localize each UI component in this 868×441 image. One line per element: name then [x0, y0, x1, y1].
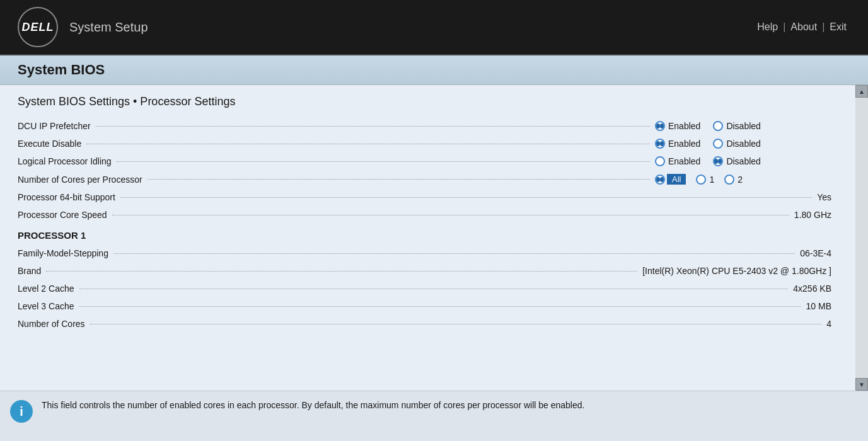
scroll-up-button[interactable]: ▲: [855, 85, 868, 98]
section-title: System BIOS Settings • Processor Setting…: [18, 95, 850, 108]
brand-label: Brand: [18, 266, 41, 276]
lpi-disabled-label: Disabled: [726, 156, 760, 166]
setting-row-core-speed: Processor Core Speed 1.80 GHz: [18, 206, 831, 224]
exec-disabled-radio[interactable]: [713, 139, 723, 149]
dotted-line-lpi: [117, 161, 650, 162]
info-bar: i This field controls the number of enab…: [0, 391, 868, 441]
exit-link[interactable]: Exit: [826, 19, 850, 35]
exec-disabled-option[interactable]: Disabled: [713, 139, 760, 149]
dcu-enabled-option[interactable]: Enabled: [655, 121, 700, 131]
dell-logo-text: DELL: [22, 21, 54, 34]
dotted-line-l3: [79, 306, 801, 307]
info-text: This field controls the number of enable…: [42, 399, 584, 412]
scroll-track: [855, 98, 868, 378]
dotted-line-cores: [148, 179, 650, 180]
lpi-disabled-option[interactable]: Disabled: [713, 156, 760, 166]
label-row-lpi: Logical Processor Idling Enabled Disable…: [18, 156, 831, 166]
cores-all-label: All: [667, 174, 686, 185]
setting-row-brand: Brand [Intel(R) Xeon(R) CPU E5-2403 v2 @…: [18, 262, 831, 280]
nav-sep-2: |: [822, 21, 825, 33]
dotted-line-num-cores: [90, 324, 822, 324]
dotted-line-core-speed: [112, 215, 789, 215]
header: DELL System Setup Help | About | Exit: [0, 0, 868, 55]
cores-1-radio[interactable]: [696, 175, 706, 185]
setting-row-dcu-ip-prefetcher: DCU IP Prefetcher Enabled Disabled: [18, 117, 831, 135]
label-row-l3: Level 3 Cache 10 MB: [18, 301, 831, 311]
64bit-support-label: Processor 64-bit Support: [18, 192, 115, 202]
lpi-disabled-radio[interactable]: [713, 156, 723, 166]
core-speed-value: 1.80 GHz: [794, 210, 831, 220]
main-content: System BIOS System BIOS Settings • Proce…: [0, 55, 868, 441]
label-row-core-speed: Processor Core Speed 1.80 GHz: [18, 210, 831, 220]
execute-disable-value: Enabled Disabled: [655, 139, 831, 149]
info-icon: i: [10, 400, 33, 423]
cores-2-option[interactable]: 2: [724, 175, 743, 185]
bios-header: System BIOS: [0, 55, 868, 85]
dotted-line-l2: [79, 289, 789, 289]
setting-row-num-cores: Number of Cores 4: [18, 315, 831, 333]
brand-value: [Intel(R) Xeon(R) CPU E5-2403 v2 @ 1.80G…: [642, 266, 831, 276]
header-nav: Help | About | Exit: [753, 19, 850, 35]
family-model-stepping-value: 06-3E-4: [800, 248, 831, 258]
dell-logo: DELL: [18, 7, 58, 47]
l3-cache-value: 10 MB: [806, 301, 831, 311]
settings-section: System BIOS Settings • Processor Setting…: [0, 85, 868, 391]
family-model-stepping-label: Family-Model-Stepping: [18, 248, 108, 258]
dcu-disabled-radio[interactable]: [713, 121, 723, 131]
exec-enabled-radio[interactable]: [655, 139, 665, 149]
core-speed-label: Processor Core Speed: [18, 210, 107, 220]
l3-cache-label: Level 3 Cache: [18, 301, 74, 311]
logical-processor-idling-value: Enabled Disabled: [655, 156, 831, 166]
cores-1-option[interactable]: 1: [696, 175, 714, 185]
nav-sep-1: |: [783, 21, 785, 33]
exec-enabled-label: Enabled: [668, 139, 700, 149]
bios-header-title: System BIOS: [18, 62, 105, 77]
processor1-heading: PROCESSOR 1: [18, 224, 831, 244]
setting-row-logical-processor-idling: Logical Processor Idling Enabled Disable…: [18, 152, 831, 170]
lpi-enabled-radio[interactable]: [655, 156, 665, 166]
exec-enabled-option[interactable]: Enabled: [655, 139, 700, 149]
setting-row-l2-cache: Level 2 Cache 4x256 KB: [18, 280, 831, 297]
settings-rows: DCU IP Prefetcher Enabled Disabled: [18, 117, 831, 333]
cores-2-label: 2: [738, 175, 743, 185]
exec-disabled-label: Disabled: [726, 139, 760, 149]
setting-row-execute-disable: Execute Disable Enabled Disabled: [18, 135, 831, 152]
dcu-enabled-radio[interactable]: [655, 121, 665, 131]
header-left: DELL System Setup: [18, 7, 148, 47]
about-link[interactable]: About: [787, 19, 821, 35]
dotted-line-64bit: [120, 197, 812, 198]
64bit-support-value: Yes: [817, 192, 831, 202]
help-link[interactable]: Help: [753, 19, 782, 35]
dcu-disabled-option[interactable]: Disabled: [713, 121, 760, 131]
label-row-brand: Brand [Intel(R) Xeon(R) CPU E5-2403 v2 @…: [18, 266, 831, 276]
lpi-enabled-option[interactable]: Enabled: [655, 156, 700, 166]
dotted-line: [96, 126, 650, 127]
cores-1-label: 1: [709, 175, 714, 185]
scrollbar[interactable]: ▲ ▼: [855, 85, 868, 391]
cores-per-processor-label: Number of Cores per Processor: [18, 175, 142, 185]
dotted-line-brand: [46, 271, 637, 272]
label-row-l2: Level 2 Cache 4x256 KB: [18, 284, 831, 294]
logical-processor-idling-label: Logical Processor Idling: [18, 156, 112, 166]
dotted-line-fms: [113, 253, 795, 254]
label-row-num-cores: Number of Cores 4: [18, 319, 831, 329]
dcu-disabled-label: Disabled: [726, 121, 760, 131]
setting-row-cores-per-processor: Number of Cores per Processor All 1: [18, 170, 831, 188]
cores-per-processor-value: All 1 2: [655, 174, 831, 185]
num-cores-label: Number of Cores: [18, 319, 85, 329]
label-row: DCU IP Prefetcher Enabled Disabled: [18, 121, 831, 131]
dcu-ip-prefetcher-value: Enabled Disabled: [655, 121, 831, 131]
num-cores-value: 4: [826, 319, 831, 329]
scroll-down-button[interactable]: ▼: [855, 378, 868, 391]
dotted-line-exec: [86, 144, 650, 144]
l2-cache-label: Level 2 Cache: [18, 284, 74, 294]
content-area: System BIOS Settings • Processor Setting…: [0, 85, 868, 441]
label-row-fms: Family-Model-Stepping 06-3E-4: [18, 248, 831, 258]
label-row-cores: Number of Cores per Processor All 1: [18, 174, 831, 185]
setting-row-64bit-support: Processor 64-bit Support Yes: [18, 188, 831, 206]
dcu-ip-prefetcher-label: DCU IP Prefetcher: [18, 121, 91, 131]
dcu-enabled-label: Enabled: [668, 121, 700, 131]
cores-all-option[interactable]: All: [655, 174, 686, 185]
cores-2-radio[interactable]: [724, 175, 734, 185]
cores-all-radio[interactable]: [655, 175, 665, 185]
